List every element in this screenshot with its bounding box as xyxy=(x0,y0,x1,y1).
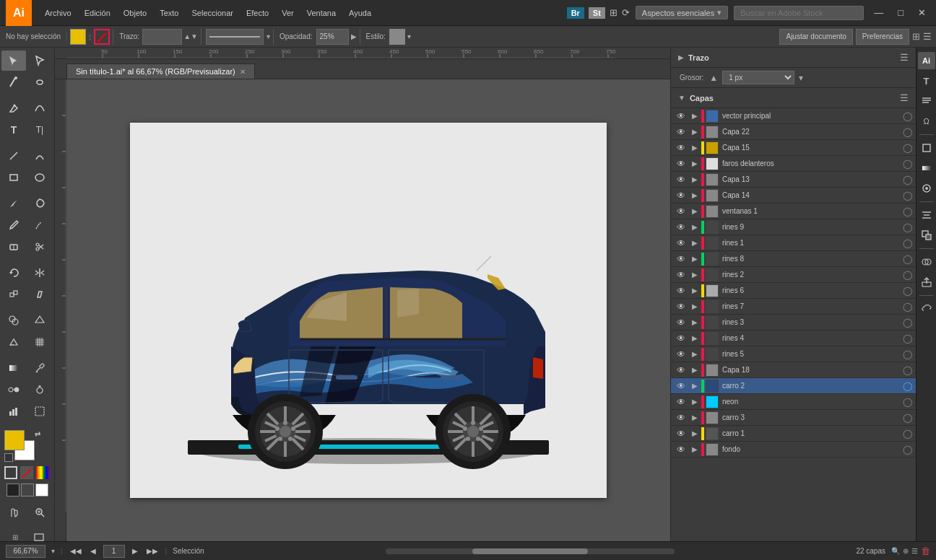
layer-row[interactable]: 👁 ▶ rines 5 ◯ xyxy=(671,346,916,362)
estilo-swatch[interactable] xyxy=(389,29,405,45)
menu-efecto[interactable]: Efecto xyxy=(240,6,274,20)
ajustar-documento-button[interactable]: Ajustar documento xyxy=(779,29,852,45)
layer-target-circle[interactable]: ◯ xyxy=(901,191,913,201)
layer-row[interactable]: 👁 ▶ rines 6 ◯ xyxy=(671,283,916,299)
estilo-arrow[interactable]: ▾ xyxy=(407,32,411,40)
layer-target-circle[interactable]: ◯ xyxy=(901,413,913,423)
grosor-select[interactable]: 1 px 2 px 3 px xyxy=(722,71,794,84)
layer-expand-arrow[interactable]: ▶ xyxy=(690,302,700,310)
layer-row[interactable]: 👁 ▶ rines 8 ◯ xyxy=(671,251,916,267)
layer-row[interactable]: 👁 ▶ rines 9 ◯ xyxy=(671,219,916,235)
layer-visibility-toggle[interactable]: 👁 xyxy=(674,191,688,201)
layer-row[interactable]: 👁 ▶ carro 3 ◯ xyxy=(671,410,916,426)
layer-row[interactable]: 👁 ▶ fondo ◯ xyxy=(671,442,916,458)
lasso-tool[interactable] xyxy=(27,72,52,92)
layer-visibility-toggle[interactable]: 👁 xyxy=(674,206,688,216)
bridge-icon[interactable]: Br xyxy=(567,7,584,19)
layer-target-circle[interactable]: ◯ xyxy=(901,222,913,232)
layer-target-circle[interactable]: ◯ xyxy=(901,159,913,169)
reset-colors-icon[interactable] xyxy=(4,453,13,462)
layer-expand-arrow[interactable]: ▶ xyxy=(690,207,700,215)
layer-visibility-toggle[interactable]: 👁 xyxy=(674,270,688,280)
layer-row[interactable]: 👁 ▶ faros delanteros ◯ xyxy=(671,156,916,172)
menu-ayuda[interactable]: Ayuda xyxy=(343,6,377,20)
no-stroke-icon[interactable] xyxy=(4,466,17,479)
layer-target-circle[interactable]: ◯ xyxy=(901,397,913,407)
selection-tool[interactable] xyxy=(1,51,26,71)
curvature-tool[interactable] xyxy=(27,98,52,118)
layer-expand-arrow[interactable]: ▶ xyxy=(690,191,700,199)
prev-frame-button[interactable]: ◀ xyxy=(89,547,98,555)
layer-visibility-toggle[interactable]: 👁 xyxy=(674,286,688,296)
reflect-tool[interactable] xyxy=(27,263,52,283)
search-status-icon[interactable]: 🔍 xyxy=(891,547,900,555)
layer-target-circle[interactable]: ◯ xyxy=(901,206,913,216)
layer-visibility-toggle[interactable]: 👁 xyxy=(674,429,688,439)
gradient-fill-icon[interactable] xyxy=(36,466,49,479)
layer-visibility-toggle[interactable]: 👁 xyxy=(674,445,688,455)
layer-expand-arrow[interactable]: ▶ xyxy=(690,318,700,326)
layer-expand-arrow[interactable]: ▶ xyxy=(690,350,700,358)
perspective-tool[interactable] xyxy=(1,332,26,352)
export-panel-icon[interactable] xyxy=(918,274,935,291)
layer-row[interactable]: 👁 ▶ neon ◯ xyxy=(671,394,916,410)
layer-visibility-toggle[interactable]: 👁 xyxy=(674,413,688,423)
blend-tool[interactable] xyxy=(1,380,26,400)
layer-row[interactable]: 👁 ▶ rines 1 ◯ xyxy=(671,235,916,251)
type-tool[interactable]: T xyxy=(1,120,26,140)
layer-target-circle[interactable]: ◯ xyxy=(901,270,913,280)
symbol-sprayer-tool[interactable] xyxy=(27,380,52,400)
layer-visibility-toggle[interactable]: 👁 xyxy=(674,349,688,359)
layer-row[interactable]: 👁 ▶ ventanas 1 ◯ xyxy=(671,204,916,219)
trazo-expand-icon[interactable]: ▶ xyxy=(678,53,684,61)
ai-panel-icon[interactable]: Ai xyxy=(918,52,935,69)
layer-expand-arrow[interactable]: ▶ xyxy=(690,255,700,263)
page-input[interactable] xyxy=(103,545,125,558)
layer-row[interactable]: 👁 ▶ Capa 18 ◯ xyxy=(671,362,916,378)
foreground-swatch[interactable] xyxy=(4,430,25,450)
capas-panel-menu-icon[interactable]: ☰ xyxy=(900,92,909,103)
layer-row[interactable]: 👁 ▶ rines 7 ◯ xyxy=(671,299,916,315)
layer-expand-arrow[interactable]: ▶ xyxy=(690,414,700,421)
paintbrush-tool[interactable] xyxy=(1,193,26,214)
grid-icon[interactable]: ⊞ xyxy=(610,7,618,18)
layer-expand-arrow[interactable]: ▶ xyxy=(690,128,700,136)
shape-builder-tool[interactable] xyxy=(1,310,26,331)
layer-visibility-toggle[interactable]: 👁 xyxy=(674,318,688,328)
layer-row[interactable]: 👁 ▶ rines 3 ◯ xyxy=(671,315,916,331)
preferencias-button[interactable]: Preferencias xyxy=(856,29,909,45)
layer-target-circle[interactable]: ◯ xyxy=(901,254,913,264)
stock-icon[interactable]: St xyxy=(589,7,605,19)
hand-tool[interactable] xyxy=(1,502,26,522)
gray-swatch[interactable] xyxy=(21,484,34,496)
rect-tool[interactable] xyxy=(1,167,26,188)
layer-expand-arrow[interactable]: ▶ xyxy=(690,239,700,247)
layer-expand-arrow[interactable]: ▶ xyxy=(690,144,700,152)
layer-visibility-toggle[interactable]: 👁 xyxy=(674,238,688,248)
eyedropper-tool[interactable] xyxy=(27,358,52,378)
minimize-button[interactable]: — xyxy=(870,4,888,21)
zoom-dropdown[interactable]: ▾ xyxy=(51,547,55,555)
layer-expand-arrow[interactable]: ▶ xyxy=(690,429,700,437)
smooth-tool[interactable] xyxy=(27,215,52,235)
layer-expand-arrow[interactable]: ▶ xyxy=(690,223,700,231)
document-tab[interactable]: Sin título-1.ai* al 66,67% (RGB/Previsua… xyxy=(66,64,255,79)
layer-visibility-toggle[interactable]: 👁 xyxy=(674,365,688,375)
scrollbar-thumb[interactable] xyxy=(472,548,588,554)
creative-cloud-icon[interactable] xyxy=(918,300,935,318)
layer-target-circle[interactable]: ◯ xyxy=(901,111,913,121)
gradient-tool[interactable] xyxy=(1,358,26,378)
layer-target-circle[interactable]: ◯ xyxy=(901,238,913,248)
next-frame-button[interactable]: ▶ xyxy=(131,547,139,555)
edit-toolbar-icon[interactable]: ⊞ xyxy=(4,527,27,541)
scale-tool[interactable] xyxy=(1,284,26,305)
rotate-tool[interactable] xyxy=(1,263,26,283)
grosor-up-icon[interactable]: ▲ xyxy=(709,73,718,83)
align-panel-icon[interactable] xyxy=(918,206,935,224)
layer-visibility-toggle[interactable]: 👁 xyxy=(674,254,688,264)
shear-tool[interactable] xyxy=(27,284,52,305)
maximize-button[interactable]: □ xyxy=(893,4,908,21)
direct-selection-tool[interactable] xyxy=(27,51,52,71)
layer-row[interactable]: 👁 ▶ Capa 15 ◯ xyxy=(671,140,916,156)
next-page-button[interactable]: ▶▶ xyxy=(145,547,160,555)
